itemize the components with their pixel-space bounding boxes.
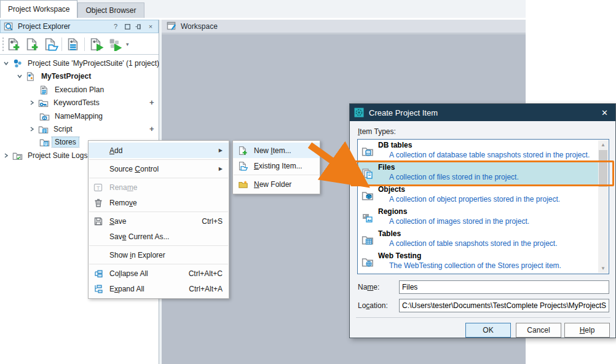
menu-icon-blank bbox=[92, 249, 105, 261]
context-menu: Add ▶ Source Control ▶ T Rename Remove S… bbox=[88, 140, 229, 299]
rename-icon: T bbox=[92, 181, 105, 194]
main-tab-bar: Project Workspace Object Browser bbox=[0, 0, 526, 18]
objects-icon bbox=[361, 189, 374, 202]
menu-item-expand-all[interactable]: Expand All Ctrl+Alt+A bbox=[89, 281, 229, 296]
item-type-name: Regions bbox=[378, 207, 407, 216]
chevron-right-icon[interactable] bbox=[28, 99, 36, 106]
item-type-regions[interactable]: Regions A collection of images stored in… bbox=[358, 207, 598, 229]
tree-label-project-suite: Project Suite 'MyProjectSuite' (1 projec… bbox=[25, 58, 162, 68]
add-submenu: New Item... Existing Item... New Folder bbox=[232, 140, 320, 194]
menu-item-save-current-as-label: Save Current As... bbox=[109, 232, 223, 241]
menu-item-save-current-as[interactable]: Save Current As... bbox=[89, 229, 229, 244]
location-label: Location: bbox=[358, 301, 388, 310]
item-type-web-testing[interactable]: Web Testing The WebTesting collection of… bbox=[358, 251, 598, 273]
menu-item-collapse-all-label: Collapse All bbox=[109, 269, 178, 278]
tree-row-stores[interactable]: Stores bbox=[39, 136, 79, 148]
tree-row-mytestproject[interactable]: MyTestProject bbox=[16, 70, 93, 82]
item-types-list: DB tables A collection of database table… bbox=[357, 139, 609, 274]
tab-object-browser-label: Object Browser bbox=[85, 6, 136, 15]
tree-label-script: Script bbox=[51, 124, 75, 134]
tab-object-browser[interactable]: Object Browser bbox=[77, 2, 144, 18]
pin-button[interactable] bbox=[135, 22, 143, 31]
run-project-suite-button[interactable] bbox=[106, 36, 124, 53]
float-window-button[interactable] bbox=[124, 22, 131, 31]
name-input[interactable] bbox=[399, 280, 609, 294]
item-type-db-tables[interactable]: DB tables A collection of database table… bbox=[358, 140, 598, 162]
tree-label-project-suite-logs: Project Suite Logs bbox=[25, 151, 90, 160]
menu-item-source-control[interactable]: Source Control ▶ bbox=[89, 161, 229, 176]
tree-row-keywordtests[interactable]: KeywordTests bbox=[28, 97, 102, 109]
menu-item-remove[interactable]: Remove bbox=[89, 195, 229, 210]
keywordtests-icon bbox=[38, 98, 49, 108]
tab-project-workspace[interactable]: Project Workspace bbox=[0, 0, 77, 18]
tree-row-project-suite-logs[interactable]: Project Suite Logs bbox=[2, 149, 90, 162]
chevron-down-icon[interactable] bbox=[16, 73, 23, 80]
new-item-icon bbox=[237, 144, 249, 157]
tree-label-execution-plan: Execution Plan bbox=[52, 85, 106, 95]
item-type-objects[interactable]: Objects A collection of object propertie… bbox=[358, 184, 598, 207]
chevron-down-icon[interactable] bbox=[2, 60, 10, 67]
menu-item-show-in-explorer-label: Show in Explorer bbox=[109, 251, 223, 259]
project-suite-icon bbox=[12, 58, 23, 69]
scroll-down-icon[interactable]: ▼ bbox=[598, 264, 608, 273]
menu-item-rename-label: Rename bbox=[109, 183, 223, 192]
execution-plan-icon bbox=[39, 85, 50, 95]
add-child-marker-keywordtests[interactable]: + bbox=[149, 98, 157, 107]
add-child-marker-script[interactable]: + bbox=[149, 124, 157, 133]
help-button-dialog[interactable]: Help bbox=[564, 323, 610, 338]
close-panel-button[interactable]: × bbox=[147, 22, 154, 31]
dialog-titlebar[interactable]: Create Project Item ✕ bbox=[350, 104, 615, 121]
menu-separator bbox=[89, 245, 228, 246]
location-input[interactable] bbox=[399, 299, 609, 312]
new-project-button[interactable] bbox=[24, 36, 41, 53]
project-explorer-icon bbox=[4, 22, 14, 32]
tree-label-mytestproject: MyTestProject bbox=[39, 71, 93, 81]
ok-button[interactable]: OK bbox=[465, 323, 511, 338]
workspace-title: Workspace bbox=[181, 22, 218, 31]
new-project-suite-button[interactable] bbox=[6, 36, 23, 53]
svg-text:T: T bbox=[97, 184, 100, 191]
submenu-item-existing-item[interactable]: Existing Item... bbox=[233, 158, 320, 173]
menu-item-save[interactable]: Save Ctrl+S bbox=[89, 213, 229, 229]
help-button[interactable]: ? bbox=[112, 22, 119, 31]
screenshot-root: Project Workspace Object Browser Workspa… bbox=[0, 0, 616, 364]
tree-row-namemapping[interactable]: NameMapping bbox=[39, 110, 105, 122]
organize-tests-button[interactable] bbox=[65, 36, 82, 53]
menu-item-add[interactable]: Add ▶ bbox=[89, 143, 229, 158]
menu-item-collapse-all[interactable]: Collapse All Ctrl+Alt+C bbox=[89, 266, 229, 281]
item-type-tables[interactable]: Tables A collection of table snapshots s… bbox=[358, 229, 598, 251]
menu-shortcut: Ctrl+S bbox=[202, 217, 223, 226]
menu-separator bbox=[89, 264, 228, 264]
regions-icon bbox=[361, 212, 374, 224]
project-icon bbox=[26, 71, 36, 82]
submenu-arrow-icon: ▶ bbox=[219, 148, 223, 153]
collapse-all-icon bbox=[92, 267, 105, 280]
tree-label-keywordtests: KeywordTests bbox=[51, 98, 102, 108]
item-type-name: Objects bbox=[378, 185, 405, 194]
run-project-button[interactable] bbox=[88, 36, 105, 53]
toolbar-grip[interactable] bbox=[1, 38, 4, 51]
script-icon bbox=[38, 124, 49, 135]
tree-row-project-suite[interactable]: Project Suite 'MyProjectSuite' (1 projec… bbox=[2, 57, 162, 69]
chevron-right-icon[interactable] bbox=[2, 152, 10, 159]
ok-button-label: OK bbox=[483, 326, 493, 334]
dialog-close-button[interactable]: ✕ bbox=[601, 108, 608, 117]
item-types-label: Item Types: bbox=[358, 127, 396, 136]
toolbar-dropdown-caret[interactable]: ▾ bbox=[124, 41, 132, 47]
new-project-icon bbox=[25, 38, 40, 51]
submenu-item-new-item[interactable]: New Item... bbox=[233, 143, 320, 158]
menu-separator bbox=[89, 212, 228, 212]
chevron-right-icon[interactable] bbox=[28, 125, 36, 133]
highlight-box-files bbox=[350, 160, 614, 186]
submenu-item-new-folder[interactable]: New Folder bbox=[233, 176, 320, 192]
menu-separator bbox=[89, 178, 228, 178]
stores-icon bbox=[39, 137, 50, 148]
scroll-up-icon[interactable]: ▲ bbox=[598, 140, 608, 149]
expand-all-icon bbox=[92, 283, 105, 295]
menu-item-show-in-explorer[interactable]: Show in Explorer bbox=[89, 247, 229, 263]
tree-row-execution-plan[interactable]: Execution Plan bbox=[39, 84, 106, 96]
item-type-name: Web Testing bbox=[378, 251, 421, 260]
open-file-button[interactable] bbox=[42, 36, 60, 53]
tree-row-script[interactable]: Script bbox=[28, 123, 75, 135]
cancel-button[interactable]: Cancel bbox=[516, 323, 561, 338]
